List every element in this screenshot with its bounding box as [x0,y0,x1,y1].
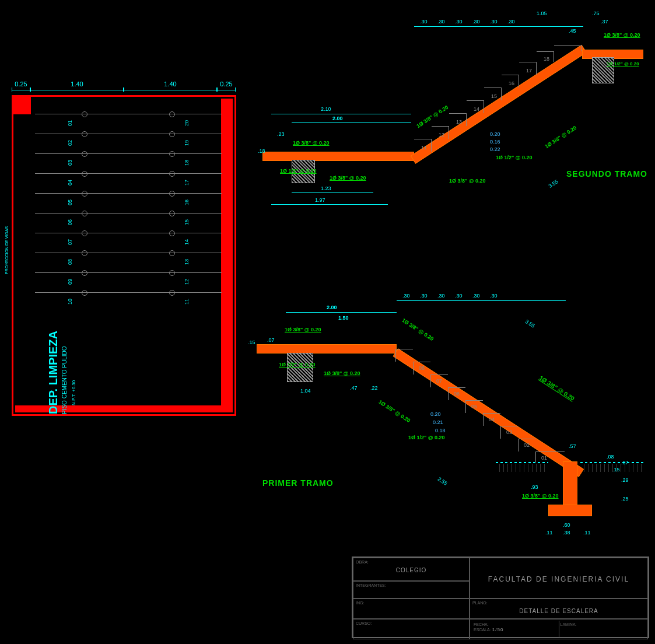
plan-step: 0813 [35,253,222,272]
step-num: 01 [541,455,547,461]
step-num: 16 [509,80,514,86]
step-num: 15 [491,93,497,99]
step-outline [554,46,582,51]
dim: 0.18 [435,428,446,433]
rebar-label: 1Ø 3/8" @ 0.20 [522,493,559,499]
rebar-label: 1Ø 3/8" @ 0.20 [449,178,486,184]
dim: 2.55 [437,476,449,487]
dim: 0.20 [490,131,500,137]
dim: .23 [277,131,285,137]
plan-step: 0417 [35,173,222,193]
dim-run: .30 [420,293,428,299]
tb-value: COLEGIO [356,567,467,573]
dim: .93 [531,484,538,490]
step-num: 06 [454,391,460,397]
tb-label: INTEGRANTES: [356,583,386,587]
dim: .15 [248,340,255,345]
support-left [287,353,313,382]
step-num: 04 [489,416,495,422]
dim-run: .30 [437,293,445,299]
step-num: 18 [544,56,549,62]
dim: .38 [563,530,570,536]
step-num: 17 [526,68,532,74]
tb-label: CURSO: [356,621,372,625]
tb-plano: PLANO: DETALLE DE ESCALERA [470,598,648,619]
rebar-label: 1Ø 3/8" @ 0.20 [401,317,435,342]
dim-line [397,300,566,301]
rebar-label: 1Ø 1/2" @ 0.20 [408,435,445,440]
dim-run: .30 [490,293,498,299]
dim-run: .30 [507,19,515,24]
tb-bottom-right: FECHA: ESCALA: 1/50 LAMINA: [470,619,648,639]
tb-value: FACULTAD DE INGENIERIA CIVIL [488,575,629,583]
tb-value: DETALLE DE ESCALERA [472,608,645,614]
dim: .25 [621,496,629,502]
tb-curso: CURSO: [353,619,470,639]
dim-line [271,114,411,114]
title-block: OBRA: COLEGIO INTEGRANTES: FACULTAD DE I… [352,556,649,638]
stair-section-2: .30 .30 .30 .30 .30 .30 1.05 .75 .37 .45… [257,18,653,251]
dim-seg: 0.25 [217,80,236,90]
rebar-label: 1Ø 3/8" @ 0.20 [324,370,360,376]
landing-left [257,344,397,354]
plan-floor-note: PISO CEMENTO PULIDO [61,346,68,414]
dim: .11 [583,530,591,536]
step-num: 08 [419,365,425,371]
dim: 0.16 [490,139,500,145]
dim-seg: 0.25 [12,80,30,90]
dim-seg: 1.40 [30,80,124,90]
dim: 0.22 [490,146,500,152]
rebar-label: 1Ø 1/2" @ 0.20 [279,362,316,368]
dim: .22 [370,385,378,391]
section-title: PRIMER TRAMO [262,478,334,488]
rebar-label: 1Ø 3/8" @ 0.20 [544,125,577,149]
ground-hatch [496,464,548,472]
tb-label: OBRA: [356,560,369,564]
dim: 1.50 [338,315,349,321]
landing-left [262,152,414,161]
dim: 2.00 [327,304,337,310]
rebar-label: 1Ø 1/2" @ 0.20 [280,168,317,174]
tb-value: 1/50 [492,627,504,632]
plan-step: 0516 [35,193,222,213]
dim: .11 [545,530,553,536]
ground-line [580,462,645,463]
dim: .37 [601,19,608,24]
dim-run: .30 [490,19,498,24]
tb-label: ING: [356,601,364,605]
step-num: 05 [471,404,477,410]
step-num: 03 [506,429,512,435]
stair-footing [548,505,592,516]
dim-line [286,312,397,313]
rebar-label: 1Ø 1/2" @ 0.20 [607,61,639,66]
plan-step: 0219 [35,134,222,153]
rebar-label: 1Ø 1/2" @ 0.20 [496,155,533,160]
tb-label: PLANO: [472,601,488,605]
dim-diag: 3.55 [548,178,559,189]
plan-wall-right [221,99,233,412]
plan-dimensions-top: 0.25 1.40 1.40 0.25 [12,80,236,90]
dim: 1.23 [321,186,331,191]
section-title: SEGUNDO TRAMO [566,169,647,178]
dim: .15 [612,467,620,473]
rebar-label: 1Ø 3/8" @ 0.20 [377,399,411,424]
plan-column [13,97,31,114]
dim: 1.97 [315,197,325,203]
rebar-label: 1Ø 3/8" @ 0.20 [285,327,321,332]
plan-step: 0318 [35,153,222,173]
step-num: 13 [456,119,462,125]
dim: 2.00 [332,116,343,121]
cad-canvas[interactable]: 0.25 1.40 1.40 0.25 0120 0219 0318 0417 … [0,0,655,644]
step-num: 14 [474,106,479,112]
dim: .47 [350,385,358,391]
rebar-label: 1Ø 3/8" @ 0.20 [538,374,576,402]
dim-line [271,204,388,205]
tb-integrantes: INTEGRANTES: [353,581,470,598]
tb-label: LAMINA: [561,622,577,626]
dim: .08 [607,454,614,460]
dim: .07 [621,460,629,466]
plan-step: 0120 [35,114,222,134]
stair-foot-stem [563,461,577,508]
step-num: 07 [436,378,442,384]
dim-run: .30 [437,19,445,24]
